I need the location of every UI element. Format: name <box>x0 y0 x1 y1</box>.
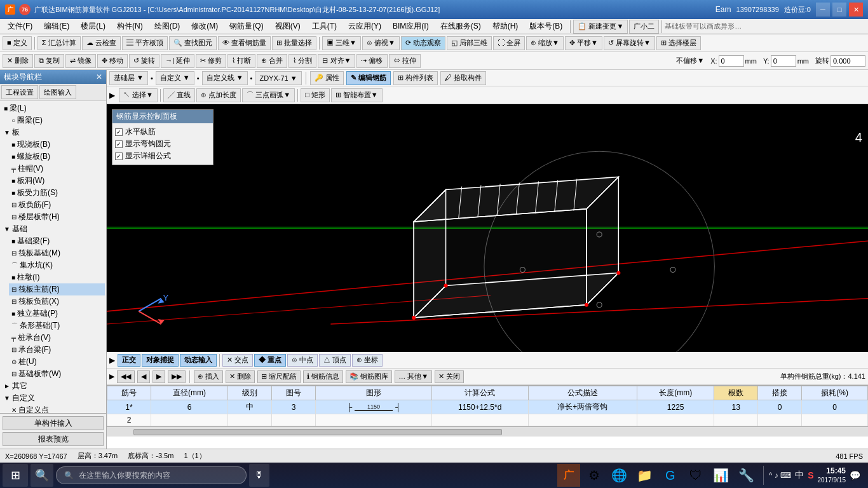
3d-viewport[interactable]: 4 Y <box>107 104 868 352</box>
sidebar-item-hoop[interactable]: ○ 圈梁(E) <box>9 114 105 126</box>
align-top-button[interactable]: ▤ 平齐板顶 <box>122 36 168 50</box>
taskbar-app-6[interactable]: 📊 <box>710 464 733 487</box>
start-button[interactable]: ⊞ <box>3 464 28 487</box>
coord-button[interactable]: ⊕ 坐标 <box>352 354 383 367</box>
other-button[interactable]: … 其他▼ <box>395 370 432 383</box>
vertex-button[interactable]: △ 顶点 <box>319 354 351 367</box>
minimize-button[interactable]: ─ <box>816 3 830 17</box>
rotate-button[interactable]: ↺ 屏幕旋转▼ <box>604 36 655 50</box>
rebar-library-button[interactable]: 📚 钢筋图库 <box>346 370 392 383</box>
select-button[interactable]: ↖ 选择▼ <box>119 88 158 102</box>
close-button[interactable]: ✕ <box>849 3 863 17</box>
fullscreen-button[interactable]: ⛶ 全屏 <box>493 36 525 50</box>
taskbar-app-2[interactable]: 🌐 <box>608 464 631 487</box>
table-row[interactable]: 1* 6 中 3 ├ 1150 ┤ 1150+12.5*d 净长+两倍弯 <box>107 400 868 414</box>
break-button[interactable]: ⌇ 打断 <box>227 54 255 68</box>
batch-select-button[interactable]: ⊞ 批量选择 <box>272 36 316 50</box>
nav-last-button[interactable]: ▶▶ <box>168 370 186 383</box>
taskbar-app-3[interactable]: 📁 <box>634 464 656 487</box>
rotate-input[interactable] <box>831 55 865 67</box>
pick-component-button[interactable]: 🖊 拾取构件 <box>440 71 486 85</box>
maximize-button[interactable]: □ <box>832 3 846 17</box>
menu-component[interactable]: 构件(N) <box>112 20 148 33</box>
find-element-button[interactable]: 🔍 查找图元 <box>169 36 217 50</box>
menu-tools[interactable]: 工具(T) <box>307 20 342 33</box>
orthogonal-button[interactable]: 正交 <box>118 354 140 367</box>
summary-button[interactable]: Σ 汇总计算 <box>37 36 81 50</box>
point-length-button[interactable]: ⊕ 点加长度 <box>196 88 241 102</box>
sidebar-item-raft-main[interactable]: ⊟ 筏板主筋(R) <box>9 283 105 295</box>
define-button[interactable]: ■ 定义 <box>3 36 32 50</box>
move-button[interactable]: ✥ 移动 <box>97 54 128 68</box>
delete-rebar-button[interactable]: ✕ 删除 <box>226 370 255 383</box>
fp-checkbox-1[interactable]: ✓ <box>115 128 123 136</box>
taskbar-app-4[interactable]: G <box>659 464 682 487</box>
sidebar-item-custom[interactable]: ▼ 自定义 <box>1 392 105 404</box>
nav-prev-button[interactable]: ◀ <box>137 370 150 383</box>
rect-button[interactable]: □ 矩形 <box>301 88 330 102</box>
def-line-selector[interactable]: 自定义线 ▼ <box>202 71 248 85</box>
sidebar-item-slab[interactable]: ▼ 板 <box>1 126 105 139</box>
merge-button[interactable]: ⊕ 合并 <box>257 54 287 68</box>
sidebar-item-foundation[interactable]: ▼ 基础 <box>1 223 105 235</box>
menu-cloud[interactable]: 云应用(Y) <box>343 20 386 33</box>
sidebar-item-raft-neg[interactable]: ⊟ 筏板负筋(X) <box>9 295 105 308</box>
intersection-button[interactable]: ✕ 交点 <box>222 354 253 367</box>
pan-button[interactable]: ✥ 平移▼ <box>565 36 602 50</box>
menu-draw[interactable]: 绘图(D) <box>149 20 186 33</box>
fp-hook-circle[interactable]: ✓ 显示弯钩圆元 <box>115 138 210 150</box>
center-button[interactable]: ⊙ 中点 <box>287 354 318 367</box>
menu-modify[interactable]: 修改(M) <box>186 20 223 33</box>
layer-selector[interactable]: 基础层 ▼ <box>109 71 148 85</box>
nav-first-button[interactable]: ◀◀ <box>117 370 135 383</box>
sidebar-item-slab-rebar[interactable]: ⊟ 板负筋(F) <box>9 199 105 211</box>
insert-rebar-button[interactable]: ⊕ 插入 <box>194 370 223 383</box>
sidebar-item-slab-stress[interactable]: ■ 板受力筋(S) <box>9 187 105 199</box>
sidebar-item-floor-strip[interactable]: ⊟ 楼层板带(H) <box>9 211 105 223</box>
object-snap-button[interactable]: 对象捕捉 <box>142 354 179 367</box>
midpoint-button[interactable]: ◆ 重点 <box>254 354 286 367</box>
sidebar-item-cap-beam[interactable]: ⊟ 承台梁(F) <box>9 344 105 356</box>
stretch-button[interactable]: ⇔ 拉伸 <box>389 54 421 68</box>
fp-checkbox-3[interactable]: ✓ <box>115 152 123 160</box>
scale-rebar-button[interactable]: ⊞ 缩尺配筋 <box>257 370 301 383</box>
component-list-button[interactable]: ⊞ 构件列表 <box>393 71 438 85</box>
nav-next-button[interactable]: ▶ <box>153 370 165 383</box>
rebar-table-container[interactable]: 筋号 直径(mm) 级别 图号 图形 计算公式 公式描述 长度(mm) 根数 搭… <box>107 385 868 449</box>
guangxiao-button[interactable]: 广小二 <box>629 20 659 34</box>
cloud-check-button[interactable]: ☁ 云检查 <box>82 36 121 50</box>
dynamic-input-button[interactable]: 动态输入 <box>180 354 217 367</box>
sidebar-item-custom-point[interactable]: ✕ 自定义点 <box>9 404 105 413</box>
view-rebar-button[interactable]: 👁 查看钢筋量 <box>218 36 271 50</box>
menu-edit[interactable]: 编辑(E) <box>39 20 74 33</box>
sidebar-item-pit[interactable]: ⌒ 集水坑(K) <box>9 259 105 271</box>
project-settings-button[interactable]: 工程设置 <box>1 85 38 99</box>
rotate2-button[interactable]: ↺ 旋转 <box>129 54 159 68</box>
offset-button[interactable]: ⇢ 偏移 <box>356 54 387 68</box>
sidebar-item-found-strip[interactable]: ⊟ 基础板带(W) <box>9 368 105 380</box>
report-button[interactable]: 报表预览 <box>3 432 104 446</box>
delete-button[interactable]: ✕ 删除 <box>3 54 33 68</box>
sidebar-item-beam[interactable]: ■ 梁(L) <box>1 102 105 114</box>
menu-rebar[interactable]: 钢筋量(Q) <box>224 20 268 33</box>
menu-view[interactable]: 视图(V) <box>270 20 306 33</box>
sidebar-item-pile-cap[interactable]: ╤ 桩承台(V) <box>9 332 105 344</box>
fp-checkbox-2[interactable]: ✓ <box>115 140 123 148</box>
close-rebar-button[interactable]: ✕ 关闭 <box>435 370 464 383</box>
sidebar-item-slab-opening[interactable]: ■ 板洞(W) <box>9 175 105 187</box>
notifications-icon[interactable]: 💬 <box>850 470 860 480</box>
menu-bim[interactable]: BIM应用(I) <box>388 20 434 33</box>
cortana-button[interactable]: 🎙 <box>249 464 269 487</box>
x-input[interactable] <box>719 55 744 67</box>
copy-button[interactable]: ⧉ 复制 <box>34 54 64 68</box>
zoom-button[interactable]: ⊕ 缩放▼ <box>526 36 564 50</box>
search-button[interactable]: 🔍 <box>31 464 53 487</box>
menu-help[interactable]: 帮助(H) <box>487 20 524 33</box>
select-floor-button[interactable]: ⊞ 选择楼层 <box>656 36 701 50</box>
sidebar-item-floorslab[interactable]: ■ 现浇板(B) <box>9 139 105 151</box>
single-input-button[interactable]: 单构件输入 <box>3 416 104 430</box>
trim-button[interactable]: ✂ 修剪 <box>196 54 226 68</box>
sidebar-item-pile[interactable]: ⊙ 桩(U) <box>9 356 105 368</box>
definition-selector[interactable]: 自定义 ▼ <box>156 71 194 85</box>
edit-rebar-button[interactable]: ✎ 编辑钢筋 <box>346 71 391 85</box>
